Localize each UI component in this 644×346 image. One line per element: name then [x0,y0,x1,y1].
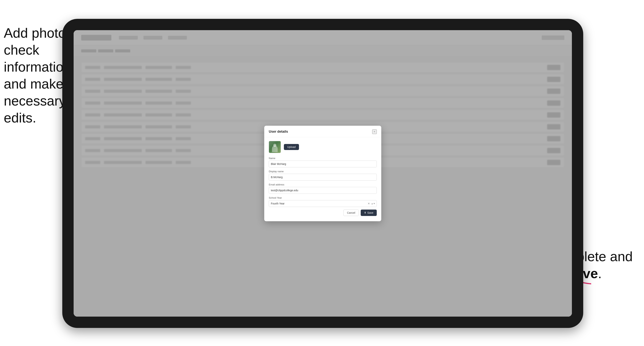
email-field-group: Email address [269,183,377,194]
photo-thumbnail [269,141,281,153]
email-label: Email address [269,183,377,186]
name-field-group: Name [269,157,377,167]
photo-image [269,141,281,153]
modal-title: User details [269,130,288,134]
school-year-select[interactable]: Fourth Year First Year Second Year Third… [269,200,377,207]
modal-footer: Cancel ⬆ Save [269,209,377,217]
user-details-modal: User details × Upload Name [264,126,381,221]
name-label: Name [269,157,377,160]
display-name-label: Display name [269,170,377,173]
school-year-label: School Year [269,196,377,199]
modal-overlay: User details × Upload Name [74,30,572,317]
modal-close-button[interactable]: × [372,130,377,134]
tablet-device: User details × Upload Name [62,19,583,328]
modal-body: Upload Name Display name Email addre [264,137,381,221]
school-year-select-wrapper: Fourth Year First Year Second Year Third… [269,200,377,207]
tablet-screen: User details × Upload Name [74,30,572,317]
upload-button[interactable]: Upload [284,144,299,150]
cancel-button[interactable]: Cancel [343,209,359,216]
email-input[interactable] [269,187,377,194]
display-name-field-group: Display name [269,170,377,180]
save-button[interactable]: ⬆ Save [361,209,377,216]
school-year-field-group: School Year Fourth Year First Year Secon… [269,196,377,207]
photo-upload-row: Upload [269,141,377,153]
display-name-input[interactable] [269,174,377,180]
save-icon: ⬆ [364,211,366,214]
modal-header: User details × [264,126,381,137]
name-input[interactable] [269,161,377,167]
save-button-label: Save [367,211,373,214]
